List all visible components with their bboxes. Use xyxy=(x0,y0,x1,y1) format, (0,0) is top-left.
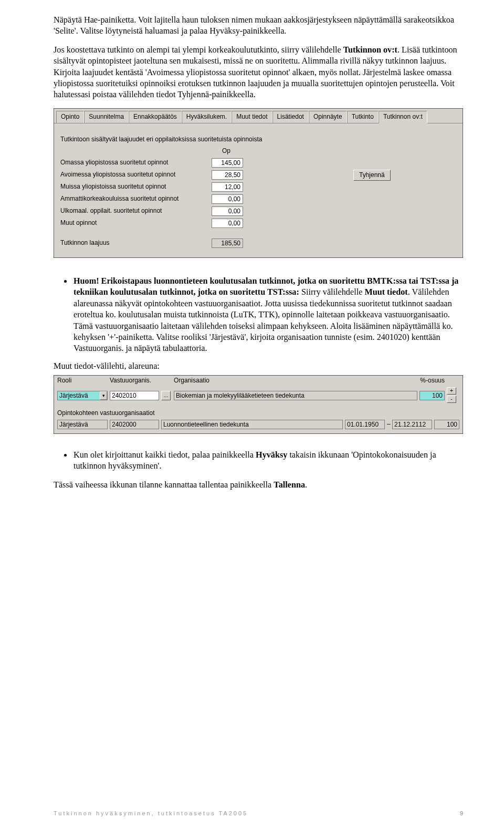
row-label: Muut opinnot xyxy=(59,219,212,227)
tab-hyvaksilukem[interactable]: Hyväksilukem. xyxy=(182,111,232,123)
last-c: . xyxy=(305,480,307,490)
col-org: Organisaatio xyxy=(174,377,417,385)
col-vastuu: Vastuuorganis. xyxy=(110,377,159,385)
total-label: Tutkinnon laajuus xyxy=(59,239,212,247)
op-column-header: Op xyxy=(222,147,457,156)
percent-display xyxy=(434,420,459,429)
subhead-muut-tiedot: Muut tiedot-välilehti, alareuna: xyxy=(54,361,463,372)
op-input-ulkomaal[interactable] xyxy=(212,206,243,216)
note-hyvaksy: Kun olet kirjoittanut kaikki tiedot, pal… xyxy=(72,450,463,472)
row-label: Avoimessa yliopistossa suoritetut opinno… xyxy=(59,171,212,179)
row-label: Ammattikorkeakouluissa suoritetut opinno… xyxy=(59,195,212,203)
p2a: Jos koostettava tutkinto on alempi tai y… xyxy=(54,45,343,55)
minus-button[interactable]: - xyxy=(447,396,456,403)
dash-icon: – xyxy=(387,420,390,429)
tab-muut-tiedot[interactable]: Muut tiedot xyxy=(232,111,272,123)
col-pc: %-osuus xyxy=(419,377,445,385)
tab-suunnitelma[interactable]: Suunnitelma xyxy=(84,111,129,123)
date-to xyxy=(392,420,432,429)
op-input-avoimessa[interactable] xyxy=(212,170,243,180)
row-label: Omassa yliopistossa suoritetut opinnot xyxy=(59,159,212,167)
footer-left: Tutkinnon hyväksyminen, tutkintoasetus T… xyxy=(54,810,248,817)
org-display-2 xyxy=(161,420,343,429)
paragraph-ovt: Jos koostettava tutkinto on alempi tai y… xyxy=(54,45,463,101)
last-a: Tässä vaiheessa ikkunan tilanne kannatta… xyxy=(54,480,274,490)
huom-tail: . Välilehden alareunassa näkyvät opintok… xyxy=(74,287,453,353)
page-number: 9 xyxy=(460,810,463,817)
chevron-down-icon[interactable]: ▾ xyxy=(100,391,107,400)
tab-lisatiedot[interactable]: Lisätiedot xyxy=(272,111,309,123)
row-label: Ulkomaal. oppilait. suoritetut opinnot xyxy=(59,207,212,215)
plus-button[interactable]: + xyxy=(447,387,456,395)
screenshot-ovt-window: Opinto Suunnitelma Ennakkopäätös Hyväksi… xyxy=(54,108,463,258)
vastuu-input[interactable] xyxy=(110,391,159,400)
total-value xyxy=(212,239,243,248)
last-b: Tallenna xyxy=(274,480,305,490)
date-from xyxy=(345,420,385,429)
huom-muut-tiedot: Muut tiedot xyxy=(364,287,407,297)
paragraph-tallenna: Tässä vaiheessa ikkunan tilanne kannatta… xyxy=(54,480,463,491)
tab-bar: Opinto Suunnitelma Ennakkopäätös Hyväksi… xyxy=(54,109,463,123)
lookup-button[interactable]: ... xyxy=(161,391,171,400)
section-title-vastuuorg: Opintokohteen vastuuorganisaatiot xyxy=(57,409,463,418)
tab-tutkinnon-ovt[interactable]: Tutkinnon ov:t xyxy=(379,111,427,124)
huom-plain1: Siirry välilehdelle xyxy=(299,287,365,297)
p2b: Tutkinnon ov:t xyxy=(343,45,397,55)
rooli-display xyxy=(57,420,108,429)
tab-ennakkopaatos[interactable]: Ennakkopäätös xyxy=(129,111,182,123)
vastuu-display xyxy=(110,420,159,429)
tab-tutkinto[interactable]: Tutkinto xyxy=(347,111,379,123)
op-input-amk[interactable] xyxy=(212,194,243,204)
n2b: Hyväksy xyxy=(256,450,287,460)
percent-input[interactable] xyxy=(419,391,445,400)
screenshot-muut-tiedot-bottom: Rooli Vastuuorganis. Organisaatio %-osuu… xyxy=(54,375,463,434)
tab-opinto[interactable]: Opinto xyxy=(56,111,84,123)
row-label: Muissa yliopistoissa suoritetut opinnot xyxy=(59,183,212,191)
col-rooli: Rooli xyxy=(57,377,108,385)
op-input-omassa[interactable] xyxy=(212,158,243,168)
tyhjenna-button[interactable]: Tyhjennä xyxy=(353,170,391,181)
n2a: Kun olet kirjoittanut kaikki tiedot, pal… xyxy=(74,450,256,460)
op-input-muut[interactable] xyxy=(212,219,243,228)
note-huom: Huom! Erikoistapaus luonnontieteen koulu… xyxy=(72,276,463,355)
huom-lead: Huom! xyxy=(74,276,99,286)
paragraph-intro: Näpäytä Hae-painiketta. Voit lajitella h… xyxy=(54,15,463,37)
op-input-muissa[interactable] xyxy=(212,182,243,192)
tab-opinnayte[interactable]: Opinnäyte xyxy=(309,111,347,123)
org-display xyxy=(174,391,417,400)
section-title: Tutkintoon sisältyvät laajuudet eri oppi… xyxy=(60,136,457,144)
